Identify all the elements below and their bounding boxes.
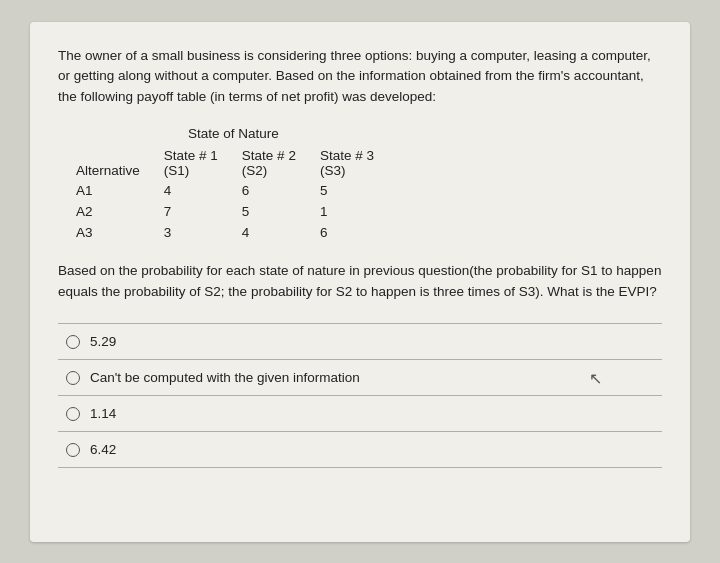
a3-s2: 4 <box>234 222 312 243</box>
question-text: The owner of a small business is conside… <box>58 46 662 109</box>
a2-s1: 7 <box>156 201 234 222</box>
table-row: A1 4 6 5 <box>68 180 390 201</box>
table-row: A3 3 4 6 <box>68 222 390 243</box>
a2-s3: 1 <box>312 201 390 222</box>
alt-a2: A2 <box>68 201 156 222</box>
options-list: 5.29 Can't be computed with the given in… <box>58 323 662 468</box>
alt-a1: A1 <box>68 180 156 201</box>
a1-s2: 6 <box>234 180 312 201</box>
card: The owner of a small business is conside… <box>30 22 690 542</box>
option-item-1[interactable]: 5.29 <box>58 323 662 359</box>
radio-circle-4[interactable] <box>66 443 80 457</box>
probability-text: Based on the probability for each state … <box>58 261 662 303</box>
radio-circle-3[interactable] <box>66 407 80 421</box>
a2-s2: 5 <box>234 201 312 222</box>
cursor-icon: ↖ <box>589 368 602 387</box>
col-header-s3: State # 3(S3) <box>312 145 390 180</box>
option-item-3[interactable]: 1.14 <box>58 395 662 431</box>
option-item-4[interactable]: 6.42 <box>58 431 662 468</box>
option-label-3: 1.14 <box>90 406 116 421</box>
state-of-nature-label: State of Nature <box>188 126 662 141</box>
col-header-s2: State # 2(S2) <box>234 145 312 180</box>
a3-s3: 6 <box>312 222 390 243</box>
radio-circle-2[interactable] <box>66 371 80 385</box>
radio-circle-1[interactable] <box>66 335 80 349</box>
option-label-2: Can't be computed with the given informa… <box>90 370 360 385</box>
payoff-table: Alternative State # 1(S1) State # 2(S2) … <box>68 145 390 243</box>
table-section: State of Nature Alternative State # 1(S1… <box>58 126 662 243</box>
table-row: A2 7 5 1 <box>68 201 390 222</box>
option-label-4: 6.42 <box>90 442 116 457</box>
a1-s1: 4 <box>156 180 234 201</box>
a1-s3: 5 <box>312 180 390 201</box>
col-header-s1: State # 1(S1) <box>156 145 234 180</box>
option-item-2[interactable]: Can't be computed with the given informa… <box>58 359 662 395</box>
alt-a3: A3 <box>68 222 156 243</box>
col-header-alternative: Alternative <box>68 145 156 180</box>
option-label-1: 5.29 <box>90 334 116 349</box>
a3-s1: 3 <box>156 222 234 243</box>
